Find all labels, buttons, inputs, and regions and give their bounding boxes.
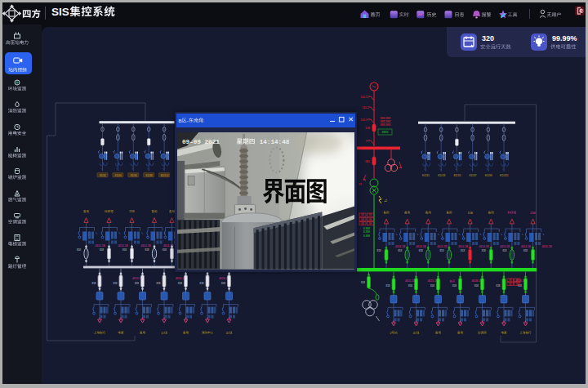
- svg-text:-: -: [187, 118, 189, 123]
- svg-text:SIS: SIS: [51, 6, 69, 18]
- svg-text:B: B: [179, 118, 182, 123]
